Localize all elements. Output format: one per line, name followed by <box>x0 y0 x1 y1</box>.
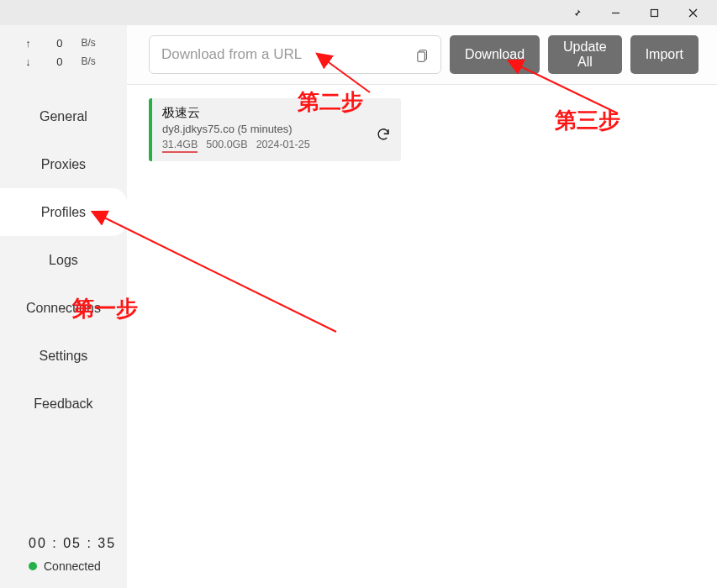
speed-indicator: ↑ 0 B/s ↓ 0 B/s <box>0 25 127 77</box>
sidebar-item-proxies[interactable]: Proxies <box>0 140 127 188</box>
connection-timer: 00 : 05 : 35 <box>29 536 127 551</box>
sidebar-item-logs[interactable]: Logs <box>0 236 127 284</box>
upload-arrow-icon: ↑ <box>24 37 32 50</box>
svg-rect-5 <box>418 51 425 60</box>
profile-card[interactable]: 极速云 dy8.jdkys75.co (5 minutes) 31.4GB 50… <box>149 98 401 161</box>
connection-status-label: Connected <box>44 559 101 573</box>
download-speed-unit: B/s <box>81 55 103 67</box>
sidebar-nav: General Proxies Profiles Logs Connection… <box>0 92 127 428</box>
sidebar-item-profiles[interactable]: Profiles <box>0 188 127 236</box>
sidebar: ↑ 0 B/s ↓ 0 B/s General Proxies Profiles… <box>0 25 127 588</box>
sidebar-item-settings[interactable]: Settings <box>0 332 127 380</box>
download-button[interactable]: Download <box>450 35 540 74</box>
url-input-wrap[interactable] <box>149 35 441 74</box>
status-dot-icon <box>29 562 37 570</box>
profile-used: 31.4GB <box>162 139 198 153</box>
svg-rect-1 <box>651 9 657 16</box>
download-arrow-icon: ↓ <box>24 55 32 68</box>
sidebar-item-connections[interactable]: Connections <box>0 284 127 332</box>
upload-speed-value: 0 <box>50 37 62 50</box>
minimize-button[interactable] <box>596 0 635 25</box>
sidebar-item-feedback[interactable]: Feedback <box>0 380 127 428</box>
profile-total: 500.0GB <box>206 139 247 153</box>
profile-title: 极速云 <box>162 105 391 121</box>
connection-status: Connected <box>29 559 127 573</box>
window-titlebar <box>0 0 717 25</box>
profile-date: 2024-01-25 <box>256 139 310 153</box>
update-all-button[interactable]: Update All <box>548 35 622 74</box>
upload-speed-unit: B/s <box>81 37 103 49</box>
profile-subtitle: dy8.jdkys75.co (5 minutes) <box>162 123 391 135</box>
content-area: 极速云 dy8.jdkys75.co (5 minutes) 31.4GB 50… <box>127 85 717 588</box>
sidebar-item-general[interactable]: General <box>0 92 127 140</box>
refresh-icon[interactable] <box>376 127 391 142</box>
maximize-button[interactable] <box>635 0 673 25</box>
import-button[interactable]: Import <box>630 35 699 74</box>
close-button[interactable] <box>673 0 712 25</box>
paste-icon[interactable] <box>414 45 432 64</box>
toolbar: Download Update All Import <box>127 25 717 85</box>
url-input[interactable] <box>161 46 414 63</box>
download-speed-value: 0 <box>50 55 62 68</box>
main-panel: Download Update All Import 极速云 dy8.jdkys… <box>127 25 717 588</box>
pin-button[interactable] <box>557 0 596 25</box>
